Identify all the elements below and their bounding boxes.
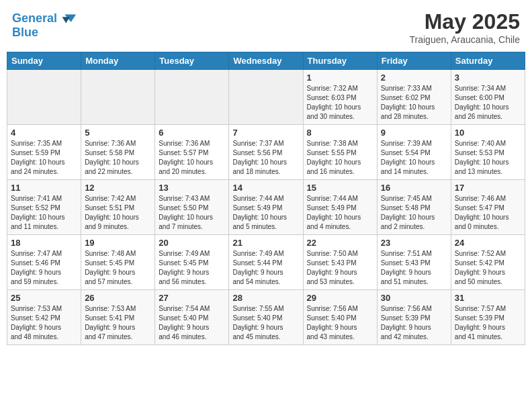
day-number: 31 [455, 293, 521, 303]
day-number: 25 [11, 293, 77, 303]
day-info: Sunrise: 7:34 AMSunset: 6:00 PMDaylight:… [455, 84, 521, 122]
day-number: 11 [11, 183, 77, 193]
weekday-header-thursday: Thursday [303, 52, 377, 70]
calendar-cell: 8Sunrise: 7:38 AMSunset: 5:55 PMDaylight… [303, 125, 377, 180]
calendar-cell: 13Sunrise: 7:43 AMSunset: 5:50 PMDayligh… [155, 180, 229, 235]
day-info: Sunrise: 7:41 AMSunset: 5:52 PMDaylight:… [11, 194, 77, 232]
title-block: May 2025 Traiguen, Araucania, Chile [410, 9, 520, 45]
calendar-week-2: 4Sunrise: 7:35 AMSunset: 5:59 PMDaylight… [7, 125, 525, 180]
calendar-cell [81, 70, 155, 125]
calendar-cell: 2Sunrise: 7:33 AMSunset: 6:02 PMDaylight… [377, 70, 451, 125]
day-number: 14 [232, 183, 299, 193]
day-number: 4 [11, 128, 77, 138]
month-title: May 2025 [410, 9, 520, 34]
weekday-header-row: SundayMondayTuesdayWednesdayThursdayFrid… [7, 52, 525, 70]
day-number: 15 [307, 183, 373, 193]
day-info: Sunrise: 7:36 AMSunset: 5:58 PMDaylight:… [85, 139, 151, 177]
logo-text: General [12, 12, 57, 26]
calendar-cell: 15Sunrise: 7:44 AMSunset: 5:49 PMDayligh… [303, 180, 377, 235]
calendar-cell: 12Sunrise: 7:42 AMSunset: 5:51 PMDayligh… [81, 180, 155, 235]
weekday-header-saturday: Saturday [451, 52, 525, 70]
day-number: 2 [381, 73, 447, 83]
calendar-cell: 4Sunrise: 7:35 AMSunset: 5:59 PMDaylight… [7, 125, 81, 180]
calendar-cell: 21Sunrise: 7:49 AMSunset: 5:44 PMDayligh… [229, 235, 303, 290]
page-header: General Blue May 2025 Traiguen, Araucani… [7, 7, 525, 48]
day-info: Sunrise: 7:44 AMSunset: 5:49 PMDaylight:… [307, 194, 373, 232]
day-info: Sunrise: 7:40 AMSunset: 5:53 PMDaylight:… [455, 139, 521, 177]
calendar-cell: 11Sunrise: 7:41 AMSunset: 5:52 PMDayligh… [7, 180, 81, 235]
day-info: Sunrise: 7:56 AMSunset: 5:39 PMDaylight:… [381, 304, 447, 342]
calendar-cell: 5Sunrise: 7:36 AMSunset: 5:58 PMDaylight… [81, 125, 155, 180]
logo-icon [58, 9, 77, 28]
day-number: 1 [307, 73, 373, 83]
calendar-cell: 24Sunrise: 7:52 AMSunset: 5:42 PMDayligh… [451, 235, 525, 290]
day-number: 6 [159, 128, 225, 138]
day-number: 10 [455, 128, 521, 138]
day-number: 29 [307, 293, 373, 303]
calendar-cell: 20Sunrise: 7:49 AMSunset: 5:45 PMDayligh… [155, 235, 229, 290]
calendar-cell: 25Sunrise: 7:53 AMSunset: 5:42 PMDayligh… [7, 290, 81, 345]
day-info: Sunrise: 7:45 AMSunset: 5:48 PMDaylight:… [381, 194, 447, 232]
calendar-table: SundayMondayTuesdayWednesdayThursdayFrid… [7, 52, 525, 345]
day-info: Sunrise: 7:53 AMSunset: 5:42 PMDaylight:… [11, 304, 77, 342]
day-info: Sunrise: 7:37 AMSunset: 5:56 PMDaylight:… [232, 139, 299, 177]
calendar-cell [155, 70, 229, 125]
calendar-cell: 26Sunrise: 7:53 AMSunset: 5:41 PMDayligh… [81, 290, 155, 345]
day-info: Sunrise: 7:53 AMSunset: 5:41 PMDaylight:… [85, 304, 151, 342]
day-number: 16 [381, 183, 447, 193]
day-info: Sunrise: 7:52 AMSunset: 5:42 PMDaylight:… [455, 249, 521, 287]
weekday-header-wednesday: Wednesday [229, 52, 303, 70]
calendar-cell: 9Sunrise: 7:39 AMSunset: 5:54 PMDaylight… [377, 125, 451, 180]
day-number: 5 [85, 128, 151, 138]
calendar-week-4: 18Sunrise: 7:47 AMSunset: 5:46 PMDayligh… [7, 235, 525, 290]
day-number: 3 [455, 73, 521, 83]
day-number: 7 [232, 128, 299, 138]
calendar-cell [229, 70, 303, 125]
weekday-header-monday: Monday [81, 52, 155, 70]
day-info: Sunrise: 7:43 AMSunset: 5:50 PMDaylight:… [159, 194, 225, 232]
day-info: Sunrise: 7:42 AMSunset: 5:51 PMDaylight:… [85, 194, 151, 232]
weekday-header-friday: Friday [377, 52, 451, 70]
day-info: Sunrise: 7:50 AMSunset: 5:43 PMDaylight:… [307, 249, 373, 287]
day-info: Sunrise: 7:56 AMSunset: 5:40 PMDaylight:… [307, 304, 373, 342]
day-info: Sunrise: 7:32 AMSunset: 6:03 PMDaylight:… [307, 84, 373, 122]
day-number: 18 [11, 238, 77, 248]
day-info: Sunrise: 7:36 AMSunset: 5:57 PMDaylight:… [159, 139, 225, 177]
day-info: Sunrise: 7:35 AMSunset: 5:59 PMDaylight:… [11, 139, 77, 177]
day-number: 22 [307, 238, 373, 248]
day-info: Sunrise: 7:47 AMSunset: 5:46 PMDaylight:… [11, 249, 77, 287]
day-info: Sunrise: 7:55 AMSunset: 5:40 PMDaylight:… [232, 304, 299, 342]
calendar-cell: 29Sunrise: 7:56 AMSunset: 5:40 PMDayligh… [303, 290, 377, 345]
calendar-cell: 14Sunrise: 7:44 AMSunset: 5:49 PMDayligh… [229, 180, 303, 235]
day-number: 8 [307, 128, 373, 138]
calendar-cell: 10Sunrise: 7:40 AMSunset: 5:53 PMDayligh… [451, 125, 525, 180]
calendar-week-3: 11Sunrise: 7:41 AMSunset: 5:52 PMDayligh… [7, 180, 525, 235]
day-info: Sunrise: 7:51 AMSunset: 5:43 PMDaylight:… [381, 249, 447, 287]
calendar-week-5: 25Sunrise: 7:53 AMSunset: 5:42 PMDayligh… [7, 290, 525, 345]
calendar-cell: 19Sunrise: 7:48 AMSunset: 5:45 PMDayligh… [81, 235, 155, 290]
day-number: 17 [455, 183, 521, 193]
day-info: Sunrise: 7:57 AMSunset: 5:39 PMDaylight:… [455, 304, 521, 342]
calendar-cell: 3Sunrise: 7:34 AMSunset: 6:00 PMDaylight… [451, 70, 525, 125]
day-info: Sunrise: 7:49 AMSunset: 5:45 PMDaylight:… [159, 249, 225, 287]
calendar-cell: 16Sunrise: 7:45 AMSunset: 5:48 PMDayligh… [377, 180, 451, 235]
calendar-cell: 17Sunrise: 7:46 AMSunset: 5:47 PMDayligh… [451, 180, 525, 235]
day-number: 27 [159, 293, 225, 303]
day-number: 12 [85, 183, 151, 193]
calendar-cell: 6Sunrise: 7:36 AMSunset: 5:57 PMDaylight… [155, 125, 229, 180]
day-number: 28 [232, 293, 299, 303]
location-subtitle: Traiguen, Araucania, Chile [410, 34, 520, 45]
day-number: 20 [159, 238, 225, 248]
calendar-cell: 22Sunrise: 7:50 AMSunset: 5:43 PMDayligh… [303, 235, 377, 290]
day-info: Sunrise: 7:39 AMSunset: 5:54 PMDaylight:… [381, 139, 447, 177]
day-info: Sunrise: 7:54 AMSunset: 5:40 PMDaylight:… [159, 304, 225, 342]
calendar-cell: 28Sunrise: 7:55 AMSunset: 5:40 PMDayligh… [229, 290, 303, 345]
weekday-header-sunday: Sunday [7, 52, 81, 70]
day-info: Sunrise: 7:44 AMSunset: 5:49 PMDaylight:… [232, 194, 299, 232]
day-number: 24 [455, 238, 521, 248]
day-number: 13 [159, 183, 225, 193]
day-number: 23 [381, 238, 447, 248]
calendar-cell: 1Sunrise: 7:32 AMSunset: 6:03 PMDaylight… [303, 70, 377, 125]
calendar-cell: 23Sunrise: 7:51 AMSunset: 5:43 PMDayligh… [377, 235, 451, 290]
calendar-cell [7, 70, 81, 125]
